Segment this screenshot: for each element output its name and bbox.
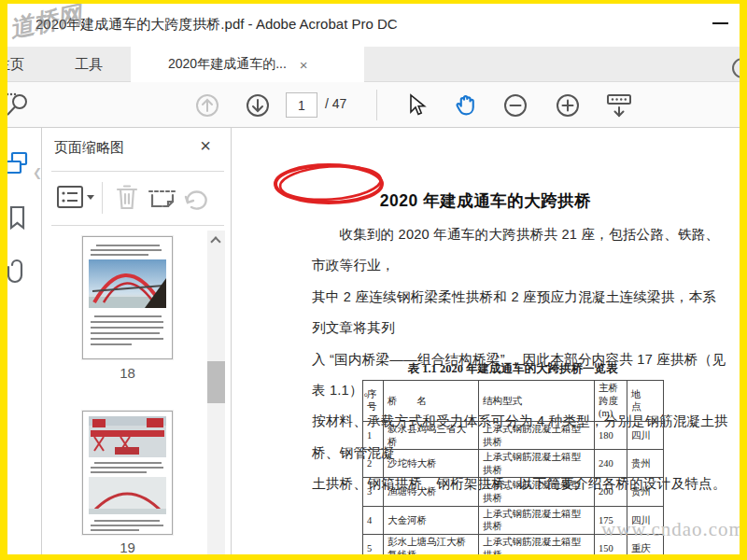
notification-bell-icon[interactable] bbox=[732, 58, 740, 78]
title-bar: 道桥网 2020年建成通车的大跨度拱桥.pdf - Adobe Acrobat … bbox=[7, 4, 740, 47]
tab-tools-label: 工具 bbox=[75, 56, 103, 74]
rotate-pages-icon[interactable] bbox=[182, 182, 212, 214]
cell-structure-type: 上承式钢筋混凝土箱型拱桥 bbox=[479, 535, 595, 554]
col-main-span: 主桥跨度(m) bbox=[595, 381, 627, 422]
cell-structure-type: 上承式钢筋混凝土箱型拱桥 bbox=[479, 506, 595, 534]
cell-serial: 2 bbox=[363, 450, 384, 478]
delete-pages-icon[interactable] bbox=[113, 182, 141, 214]
panel-flyout-chevron-icon[interactable]: ❮ bbox=[33, 165, 40, 180]
cell-serial: 5 bbox=[363, 535, 384, 554]
hand-tool-icon[interactable] bbox=[448, 82, 486, 128]
panel-divider bbox=[51, 171, 224, 172]
attachments-panel-icon[interactable] bbox=[7, 257, 32, 287]
thumbnail-options-icon[interactable] bbox=[55, 182, 96, 214]
col-bridge-name: 桥 名 bbox=[384, 381, 479, 422]
cell-main-span: 200 bbox=[595, 478, 627, 506]
previous-page-icon[interactable] bbox=[190, 82, 224, 128]
table-row: 1 叙永县鸡鸣三省大桥 上承式钢筋混凝土箱型拱桥 180 四川 bbox=[363, 421, 664, 449]
page-count-label: / 47 bbox=[325, 96, 346, 111]
tab-home[interactable]: 主页 bbox=[7, 47, 52, 82]
tab-home-label: 主页 bbox=[7, 56, 24, 74]
panel-title: 页面缩略图 bbox=[54, 139, 124, 157]
tab-bar: 主页 工具 2020年建成通车的... × bbox=[7, 47, 740, 82]
table-caption: 表 1.1 2020 年建成通车的大跨拱桥一览表 bbox=[344, 361, 682, 377]
cell-structure-type: 上承式钢筋混凝土箱型拱桥 bbox=[479, 478, 595, 506]
thumbnail-page-19[interactable] bbox=[82, 411, 173, 535]
page-thumbnails-panel-icon[interactable] bbox=[7, 148, 32, 178]
toolbar-separator bbox=[376, 90, 377, 120]
thumbnail-page-19-label: 19 bbox=[82, 539, 173, 554]
cell-structure-type: 上承式钢筋混凝土箱型拱桥 bbox=[479, 450, 595, 478]
window-title: 2020年建成通车的大跨度拱桥.pdf - Adobe Acrobat Pro … bbox=[35, 16, 398, 34]
acrobat-window: 道桥网 2020年建成通车的大跨度拱桥.pdf - Adobe Acrobat … bbox=[7, 4, 740, 554]
scroll-up-icon[interactable] bbox=[210, 236, 220, 246]
cell-bridge-name: 彭水上塘乌江大桥复线桥 bbox=[384, 535, 479, 554]
cell-serial: 1 bbox=[363, 421, 384, 449]
main-area: ❮ 页面缩略图 × bbox=[7, 128, 740, 554]
cell-structure-type: 上承式钢筋混凝土箱型拱桥 bbox=[479, 421, 595, 449]
cell-bridge-name: 渔塘特大桥 bbox=[384, 478, 479, 506]
zoom-in-icon[interactable] bbox=[551, 82, 585, 128]
table-row: 2 沙坨特大桥 上承式钢筋混凝土箱型拱桥 240 贵州 bbox=[363, 450, 664, 478]
table-header-row: 序号 桥 名 结构型式 主桥跨度(m) 地 点 bbox=[363, 381, 664, 422]
col-structure-type: 结构型式 bbox=[479, 381, 595, 422]
col-serial: 序号 bbox=[363, 381, 384, 422]
zoom-out-icon[interactable] bbox=[499, 82, 532, 128]
panel-divider bbox=[51, 225, 224, 226]
page-number-input[interactable]: 1 bbox=[286, 92, 317, 118]
bookmarks-panel-icon[interactable] bbox=[7, 203, 32, 232]
table-row: 3 渔塘特大桥 上承式钢筋混凝土箱型拱桥 200 贵州 bbox=[363, 478, 664, 506]
cell-location: 贵州 bbox=[627, 450, 664, 478]
site-watermark: www.cndao.com bbox=[601, 518, 740, 541]
find-icon[interactable] bbox=[7, 82, 34, 128]
cell-serial: 4 bbox=[363, 506, 384, 534]
scrollbar-thumb[interactable] bbox=[207, 361, 225, 403]
cell-main-span: 180 bbox=[595, 421, 627, 449]
paragraph-line: 收集到的 2020 年通车的大跨拱桥共 21 座，包括公路、铁路、市政等行业， bbox=[312, 219, 728, 282]
main-toolbar: 1 / 47 bbox=[7, 82, 740, 128]
cell-bridge-name: 叙永县鸡鸣三省大桥 bbox=[384, 421, 479, 449]
tab-document[interactable]: 2020年建成通车的... × bbox=[131, 47, 364, 82]
paragraph-line: 其中 2 座连续钢桁梁柔性拱桥和 2 座预应力混凝土连续梁拱，本系列文章将其列 bbox=[312, 282, 728, 344]
cell-location: 四川 bbox=[627, 421, 664, 449]
document-page[interactable]: 2020 年建成通车的大跨拱桥 收集到的 2020 年通车的大跨拱桥共 21 座… bbox=[232, 128, 740, 554]
thumbnail-page-18-label: 18 bbox=[82, 365, 173, 381]
panel-scrollbar[interactable] bbox=[207, 231, 225, 554]
cell-bridge-name: 大金河桥 bbox=[384, 506, 479, 534]
page-thumbnails-panel: 页面缩略图 × bbox=[42, 128, 232, 554]
page-display-icon[interactable] bbox=[599, 82, 639, 128]
panel-close-icon[interactable]: × bbox=[194, 135, 217, 157]
cell-location: 贵州 bbox=[627, 478, 664, 506]
tab-tools[interactable]: 工具 bbox=[61, 47, 117, 82]
select-tool-icon[interactable] bbox=[400, 82, 433, 128]
tab-document-label: 2020年建成通车的... bbox=[168, 56, 287, 73]
tab-close-icon[interactable]: × bbox=[300, 57, 308, 73]
page-number-value: 1 bbox=[298, 98, 305, 113]
screenshot-frame: 道桥网 2020年建成通车的大跨度拱桥.pdf - Adobe Acrobat … bbox=[0, 0, 747, 560]
navigation-rail: ❮ bbox=[7, 128, 42, 554]
minimize-icon[interactable] bbox=[712, 22, 728, 24]
panel-toolbar-separator bbox=[102, 182, 103, 214]
cell-main-span: 240 bbox=[595, 450, 627, 478]
extract-pages-icon[interactable] bbox=[145, 182, 180, 214]
document-heading: 2020 年建成通车的大跨拱桥 bbox=[232, 189, 740, 212]
cell-serial: 3 bbox=[363, 478, 384, 506]
col-location: 地 点 bbox=[627, 381, 664, 422]
cell-bridge-name: 沙坨特大桥 bbox=[384, 450, 479, 478]
next-page-icon[interactable] bbox=[241, 82, 275, 128]
thumbnail-page-18[interactable] bbox=[82, 236, 173, 359]
